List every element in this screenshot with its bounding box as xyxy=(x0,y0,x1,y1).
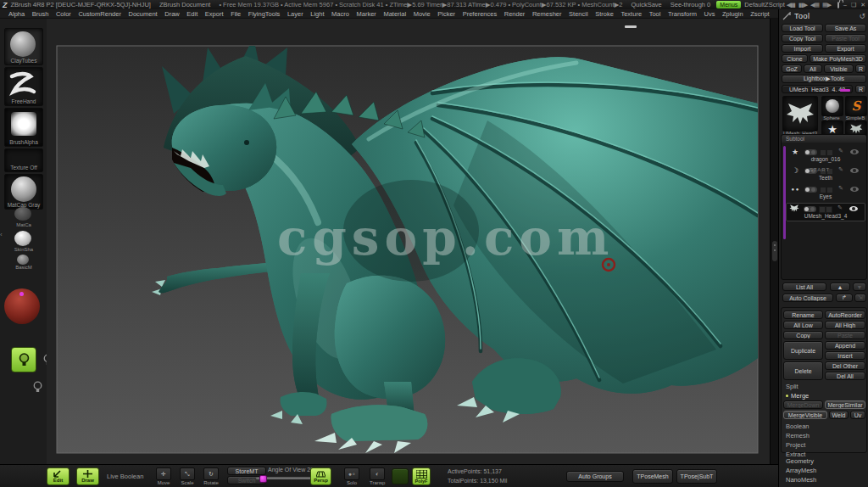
restore-button[interactable]: ❏ xyxy=(851,2,856,8)
goz-visible-button[interactable]: Visible xyxy=(824,64,854,73)
menu-item-remesher[interactable]: Remesher xyxy=(532,10,562,18)
scale-button[interactable]: ⤡Scale xyxy=(180,467,195,485)
menu-item-marker[interactable]: Marker xyxy=(357,10,376,18)
duplicate-button[interactable]: Duplicate xyxy=(783,341,823,360)
all-low-button[interactable]: All Low xyxy=(783,321,823,329)
transp-button[interactable]: ◐Transp xyxy=(370,467,385,485)
load-tool-button[interactable]: Load Tool xyxy=(782,24,823,32)
goz-button[interactable]: GoZ xyxy=(782,64,802,73)
tablet-next-icon[interactable]: ▮▮▶ xyxy=(798,2,807,8)
config-prev-icon[interactable]: ◀▦ xyxy=(810,2,819,8)
tablet-prev-icon[interactable]: ◀▮▮ xyxy=(787,2,795,8)
draw-button[interactable]: Draw xyxy=(76,467,99,485)
section-arraymesh[interactable]: ArrayMesh xyxy=(786,467,816,474)
solo-button[interactable]: ●∘Solo xyxy=(344,467,359,485)
subtool-item-Eyes[interactable]: ● ●✎Eyes xyxy=(787,184,864,201)
tpose-subt-button[interactable]: TPose|SubT xyxy=(676,469,717,484)
section-project[interactable]: Project xyxy=(786,441,805,449)
subtool-item-UMesh_Head3_4[interactable]: ✎UMesh_Head3_4 xyxy=(786,203,865,221)
quicksave-button[interactable]: QuickSave xyxy=(631,1,661,8)
tool-thumb-sphere[interactable] xyxy=(821,96,843,116)
menu-item-alpha[interactable]: Alpha xyxy=(8,10,25,18)
stroke-selector[interactable]: FreeHand xyxy=(4,67,43,106)
lightbox-tools-button[interactable]: Lightbox▶Tools xyxy=(782,75,866,83)
menu-item-export[interactable]: Export xyxy=(205,10,224,18)
rotate-button[interactable]: ↻Rotate xyxy=(203,467,219,485)
alpha-selector[interactable]: BrushAlpha xyxy=(4,108,43,147)
subtool-item-dragon_016[interactable]: ★✎dragon_016 xyxy=(787,147,864,164)
section-remesh[interactable]: Remesh xyxy=(786,432,810,439)
auto-collapse-button[interactable]: Auto Collapse xyxy=(782,294,833,302)
matcap-mini-sphere[interactable] xyxy=(14,207,31,221)
clone-button[interactable]: Clone xyxy=(782,54,808,63)
weld-button[interactable]: Weld xyxy=(829,411,849,419)
current-tool-thumbnail[interactable] xyxy=(782,96,818,132)
polypaint-toggle[interactable] xyxy=(804,187,817,193)
menu-item-customrender[interactable]: CustomRender xyxy=(78,10,120,18)
dragon-model[interactable]: cgsop.com xyxy=(47,19,770,464)
live-boolean-label[interactable]: Live Boolean xyxy=(107,473,143,480)
subtool-down-button[interactable]: ▼ xyxy=(853,283,866,291)
reset-icon[interactable]: ↺ xyxy=(859,12,865,20)
del-all-button[interactable]: Del All xyxy=(825,372,865,380)
collapse-arrow2-button[interactable]: ⇲ xyxy=(854,294,866,302)
auto-groups-button[interactable]: Auto Groups xyxy=(566,471,624,482)
menu-item-color[interactable]: Color xyxy=(56,10,71,18)
uv-button[interactable]: Uv xyxy=(850,411,865,419)
minimize-button[interactable]: – xyxy=(843,2,847,8)
menu-item-stencil[interactable]: Stencil xyxy=(569,10,588,18)
menu-item-edit[interactable]: Edit xyxy=(186,10,198,18)
tool-thumb-simplebrush[interactable]: S xyxy=(845,96,867,116)
polyframe-button[interactable]: PolyF xyxy=(412,467,431,485)
make-polymesh3d-button[interactable]: Make PolyMesh3D xyxy=(810,54,866,63)
copy-tool-button[interactable]: Copy Tool xyxy=(782,34,823,42)
edit-button[interactable]: Edit xyxy=(47,467,70,485)
section-nanomesh[interactable]: NanoMesh xyxy=(786,476,816,484)
delete-button[interactable]: Delete xyxy=(783,361,823,380)
basic-material-sphere[interactable] xyxy=(17,255,29,265)
menu-item-zplugin[interactable]: Zplugin xyxy=(722,10,743,18)
angle-of-view-handle[interactable] xyxy=(259,475,267,483)
menu-item-material[interactable]: Material xyxy=(383,10,406,18)
menu-item-file[interactable]: File xyxy=(231,10,241,18)
divider-handle[interactable] xyxy=(772,241,777,261)
split-section[interactable]: Split xyxy=(786,383,798,390)
default-zscript-button[interactable]: DefaultZScript xyxy=(744,1,785,8)
merge-visible-button[interactable]: MergeVisible xyxy=(783,411,827,419)
menu-item-flyingtools[interactable]: FlyingTools xyxy=(248,10,281,18)
toggle-square[interactable] xyxy=(819,206,826,213)
menu-item-tool[interactable]: Tool xyxy=(649,10,661,18)
del-other-button[interactable]: Del Other xyxy=(825,361,865,370)
menu-item-zscript[interactable]: Zscript xyxy=(750,10,770,18)
menu-item-brush[interactable]: Brush xyxy=(32,10,49,18)
tpose-mesh-button[interactable]: TPoseMesh xyxy=(632,469,673,484)
subtool-item-Teeth[interactable]: ☽✎STARTTeeth xyxy=(787,165,864,182)
persp-button[interactable]: Persp xyxy=(310,467,331,485)
paste-tool-button[interactable]: Paste Tool xyxy=(825,34,866,42)
toggle-square[interactable] xyxy=(820,149,826,156)
copy-button[interactable]: Copy xyxy=(783,331,823,339)
light-secondary-button[interactable] xyxy=(31,378,44,395)
picker-icon[interactable] xyxy=(782,12,791,20)
menu-item-stroke[interactable]: Stroke xyxy=(595,10,614,18)
menu-item-transform[interactable]: Transform xyxy=(668,10,697,18)
texture-selector[interactable]: Texture Off xyxy=(4,148,43,172)
save-as-button[interactable]: Save As xyxy=(825,24,866,32)
goz-all-button[interactable]: All xyxy=(804,64,822,73)
menu-item-texture[interactable]: Texture xyxy=(620,10,642,18)
list-all-button[interactable]: List All xyxy=(782,283,826,291)
skinshade-sphere[interactable] xyxy=(14,231,31,246)
section-geometry[interactable]: Geometry xyxy=(786,457,814,465)
tray-collapse-icon[interactable]: ‹ xyxy=(0,231,3,238)
canvas-scroll-nub[interactable] xyxy=(625,25,637,28)
toggle-square[interactable] xyxy=(826,149,833,156)
merge-section[interactable]: Merge xyxy=(786,392,809,400)
insert-button[interactable]: Insert xyxy=(825,351,865,360)
collapse-arrow-button[interactable]: ↱ xyxy=(836,294,853,302)
close-button[interactable]: ✕ xyxy=(860,2,865,8)
lock-icon[interactable] xyxy=(837,2,839,8)
subtool-up-button[interactable]: ▲ xyxy=(830,283,850,291)
import-button[interactable]: Import xyxy=(782,44,823,53)
brush-toggle-icon[interactable]: ✎ xyxy=(838,166,843,173)
rename-button[interactable]: Rename xyxy=(783,311,823,319)
